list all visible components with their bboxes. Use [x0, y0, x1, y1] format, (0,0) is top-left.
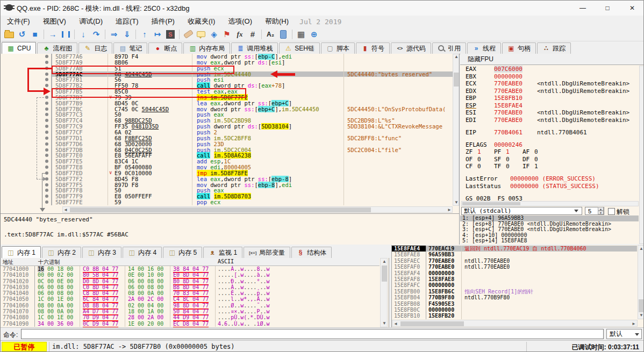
stack-row[interactable]: 15E8FB0015E8FB6C指向SEH_Record[1]的指针	[392, 289, 637, 294]
calculator-icon[interactable]: ▦	[295, 28, 307, 40]
breakpoint-gutter[interactable]	[1, 130, 52, 135]
register-row[interactable]: EAX007C6000	[460, 66, 639, 73]
menu-item-trace[interactable]: 追踪(T)	[109, 16, 145, 27]
hide-fpu-button[interactable]: 隐藏FPU	[460, 54, 644, 65]
menu-item-plugins[interactable]: 插件(P)	[145, 16, 181, 27]
menu-item-debug[interactable]: 调试(D)	[73, 16, 109, 27]
stack-vscrollbar[interactable]: ▲ ▼	[638, 245, 644, 319]
stack-row[interactable]: 15E8FAF815E8FAE8	[392, 276, 637, 282]
tab-dump3[interactable]: ◫内存 3	[82, 247, 121, 258]
dump-row[interactable]: 7704109034 00 36 000C D9 04 771E 00 20 0…	[1, 321, 380, 327]
dump-row[interactable]: 770410200C 00 0E 00D0 8D 04 7706 00 08 0…	[1, 278, 380, 284]
bookmark-icon[interactable]: ⚑	[220, 28, 233, 40]
execute-till-return-icon[interactable]: ↑	[138, 28, 151, 40]
disasm-hscrollbar[interactable]: ◄ ►	[62, 206, 453, 213]
tab-watch1[interactable]: ᴥ监视 1	[203, 247, 242, 258]
breakpoint-gutter[interactable]	[1, 164, 52, 170]
breakpoint-gutter[interactable]	[1, 153, 52, 159]
attach-icon[interactable]	[277, 28, 290, 40]
stack-row[interactable]: 15E8FAE4770EAC19返回到 ntdll.770EAC19 自 ntd…	[392, 246, 637, 252]
tab-handles[interactable]: ▣句柄	[502, 42, 536, 54]
gutter-dot-icon[interactable]	[45, 107, 48, 111]
gutter-dot-icon[interactable]	[45, 55, 48, 58]
dump-vscrollbar[interactable]: ▲ ▼	[380, 258, 388, 327]
tab-threads[interactable]: »线程	[467, 42, 501, 54]
stack-row[interactable]: 15E8FAEC770EABE0ntdll.770EABE0	[392, 258, 637, 264]
register-row[interactable]: EBP15E8FB10	[460, 95, 639, 102]
step-into-icon[interactable]: ↓	[77, 28, 90, 40]
breakpoint-gutter[interactable]	[1, 54, 52, 60]
trace-into-icon[interactable]: ⇒	[108, 28, 120, 40]
seh-chain-icon[interactable]: S	[164, 28, 177, 40]
trace-over-icon[interactable]: ⇓	[120, 28, 133, 40]
register-row[interactable]: ESP15E8FAE4	[460, 102, 639, 110]
tab-script[interactable]: ▢脚本	[321, 42, 355, 54]
command-input[interactable]	[21, 329, 604, 339]
gutter-dot-icon[interactable]	[45, 160, 48, 163]
stack-row[interactable]: 15E8FAFC00000000	[392, 282, 637, 288]
label-icon[interactable]: ◈	[207, 28, 220, 40]
stack-row[interactable]: 15E8FB04770B9F80ntdll.770B9F80	[392, 294, 637, 300]
tab-dump5[interactable]: ◫内存 5	[163, 247, 202, 258]
stack-row[interactable]: 15E8FAF0770EABE0ntdll.770EABE0	[392, 264, 637, 270]
register-row[interactable]: EBX00000000	[460, 73, 639, 81]
gutter-dot-icon[interactable]	[45, 84, 48, 87]
register-row[interactable]: EFLAGS00000246	[460, 141, 639, 149]
dump-row[interactable]: 7704107008 00 0A 00A4 D7 04 7718 00 1A 0…	[1, 308, 380, 314]
tab-notes[interactable]: ▤笔记	[113, 42, 147, 54]
stack-row[interactable]: 15E8FB1015E8FB20	[392, 313, 637, 319]
gutter-dot-icon[interactable]	[45, 189, 48, 192]
tab-references[interactable]: 引用	[432, 42, 466, 54]
tab-dump2[interactable]: ◫内存 2	[42, 247, 81, 258]
menu-item-options[interactable]: 选项(O)	[221, 16, 259, 27]
gutter-dot-icon[interactable]	[45, 142, 48, 146]
tab-dump1[interactable]: ◫内存 1	[2, 246, 41, 258]
maximize-button[interactable]: □	[595, 1, 620, 16]
gutter-dot-icon[interactable]	[45, 102, 48, 105]
breakpoint-gutter[interactable]	[1, 118, 52, 124]
stack-hscrollbar[interactable]: ◄ ►	[392, 320, 638, 327]
tab-symbols[interactable]: ▮符号	[356, 42, 390, 54]
gutter-dot-icon[interactable]	[45, 125, 48, 128]
tab-log[interactable]: ✎日志	[78, 42, 112, 54]
dump-row[interactable]: 7704101000 00 02 0080 5B 04 770E 00 10 0…	[1, 272, 380, 278]
gutter-dot-icon[interactable]	[45, 131, 48, 134]
gutter-dot-icon[interactable]	[45, 148, 48, 152]
gutter-dot-icon[interactable]	[45, 119, 48, 122]
stepper-up-icon[interactable]: ▲	[598, 207, 604, 211]
gutter-dot-icon[interactable]	[45, 154, 48, 157]
breakpoint-gutter[interactable]	[1, 159, 52, 164]
registers-vscrollbar[interactable]	[639, 66, 644, 244]
stack-row[interactable]: 15E8FB0C00000000	[392, 307, 637, 313]
tab-dump4[interactable]: ◫内存 4	[123, 247, 162, 258]
register-row[interactable]: CF0TF0IF1	[460, 163, 639, 170]
restart-icon[interactable]: ↺	[16, 28, 28, 40]
breakpoint-gutter[interactable]	[1, 193, 52, 199]
breakpoint-gutter[interactable]	[1, 100, 52, 106]
register-row[interactable]: ZF1PF1AF0	[460, 148, 639, 156]
register-row[interactable]: GS 002B FS 0053	[460, 195, 639, 201]
dump-row[interactable]: 7704100016 00 18 00C0 8B 04 7714 00 16 0…	[1, 266, 380, 272]
gutter-dot-icon[interactable]	[45, 78, 48, 81]
stack-row[interactable]: 15E8FAE896A59BB3	[392, 252, 637, 257]
breakpoint-gutter[interactable]	[1, 71, 52, 77]
open-file-icon[interactable]	[3, 28, 16, 40]
calling-convention-select[interactable]: 默认 (stdcall)	[461, 207, 582, 215]
breakpoint-gutter[interactable]	[1, 147, 52, 153]
tab-struct[interactable]: §结构体	[291, 247, 332, 258]
gutter-dot-icon[interactable]	[45, 61, 48, 64]
stack-row[interactable]: 15E8FB08F45905E3	[392, 301, 637, 307]
stepper-down-icon[interactable]: ▼	[598, 211, 604, 214]
close-button[interactable]: ✕	[620, 1, 644, 16]
menu-item-favourites[interactable]: 收藏夹(I)	[181, 16, 221, 27]
patch-icon[interactable]	[182, 28, 195, 40]
gutter-dot-icon[interactable]	[45, 113, 48, 116]
register-row[interactable]: EDX770EABE0<ntdll.DbgUiRemoteBreakin>	[460, 88, 639, 95]
hash-icon[interactable]: #	[246, 28, 259, 40]
tab-breakpoints[interactable]: ●断点	[148, 42, 182, 54]
comment-icon[interactable]	[195, 28, 207, 40]
tab-locals[interactable]: [x=]局部变量	[244, 247, 290, 258]
tab-cpu[interactable]: ▦CPU	[2, 42, 36, 54]
breakpoint-gutter[interactable]	[1, 141, 52, 147]
register-row[interactable]: ECX770EABE0<ntdll.DbgUiRemoteBreakin>	[460, 80, 639, 88]
